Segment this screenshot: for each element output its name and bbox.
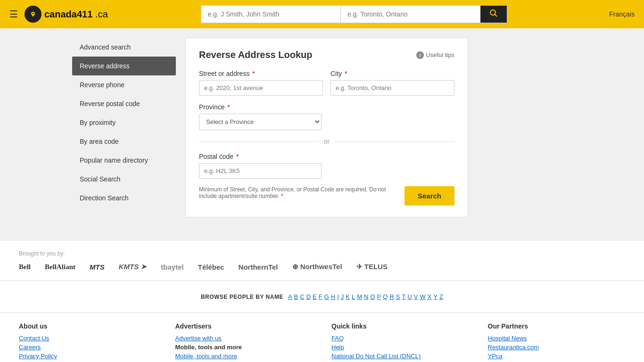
footer-dncl[interactable]: National Do Not Call List (DNCL) <box>331 353 469 360</box>
sidebar-item-direction-search[interactable]: Direction Search <box>72 189 176 207</box>
browse-letter-e[interactable]: E <box>313 293 317 300</box>
footer-links: About us Contact Us Careers Privacy Poli… <box>0 313 644 362</box>
footer-help[interactable]: Help <box>331 344 469 351</box>
or-divider: or <box>199 138 454 145</box>
hint-required-mark: * <box>280 193 283 199</box>
browse-letter-b[interactable]: B <box>294 293 298 300</box>
browse-letter-h[interactable]: H <box>331 293 335 300</box>
footer-col-quicklinks-title: Quick links <box>331 322 469 330</box>
browse-letter-m[interactable]: M <box>357 293 362 300</box>
browse-letter-d[interactable]: D <box>306 293 311 300</box>
search-button[interactable]: Search <box>405 186 454 206</box>
browse-letter-n[interactable]: N <box>364 293 368 300</box>
sponsor-bell: Bell <box>19 263 31 271</box>
svg-point-2 <box>490 10 495 15</box>
province-select[interactable]: Select a Province Alberta British Columb… <box>199 114 322 130</box>
browse-letter-w[interactable]: W <box>420 293 425 300</box>
browse-letter-t[interactable]: T <box>402 293 405 300</box>
footer-advertise[interactable]: Advertise with us <box>175 335 313 342</box>
hamburger-icon[interactable]: ☰ <box>9 8 18 20</box>
sidebar: Advanced search Reverse address Reverse … <box>72 38 176 217</box>
browse-letter-q[interactable]: Q <box>383 293 388 300</box>
footer-mobile-subtitle: Mobile, tools and more <box>175 344 313 351</box>
content-area: Reverse Address Lookup i Useful tips Str… <box>185 38 572 217</box>
browse-letter-k[interactable]: K <box>346 293 350 300</box>
footer-mobile-tools[interactable]: Mobile, tools and more <box>175 353 313 360</box>
browse-bar: BROWSE PEOPLE BY NAME ABCDEFGHIJKLMNOPQR… <box>19 288 625 305</box>
sidebar-item-reverse-postal-code[interactable]: Reverse postal code <box>72 94 176 113</box>
sponsor-telebec: Télébec <box>198 263 224 271</box>
footer-col-partners-title: Our Partners <box>488 322 626 330</box>
browse-letter-l[interactable]: L <box>352 293 355 300</box>
postal-code-input[interactable] <box>199 163 322 179</box>
browse-letter-v[interactable]: V <box>414 293 418 300</box>
postal-code-group: Postal code * <box>199 153 322 179</box>
browse-letter-x[interactable]: X <box>428 293 432 300</box>
province-required: * <box>225 103 230 111</box>
street-label: Street or address * <box>199 70 323 77</box>
sponsor-kmts: KMTS ➤ <box>119 263 147 271</box>
city-label: City * <box>330 70 454 77</box>
sidebar-item-by-area-code[interactable]: By area code <box>72 132 176 151</box>
footer-faq[interactable]: FAQ <box>331 335 469 342</box>
browse-letter-g[interactable]: G <box>324 293 329 300</box>
sidebar-item-advanced-search[interactable]: Advanced search <box>72 38 176 57</box>
search-bar <box>201 5 507 23</box>
browse-title: BROWSE PEOPLE BY NAME <box>201 294 283 300</box>
header-search-button[interactable] <box>480 6 507 23</box>
card-header: Reverse Address Lookup i Useful tips <box>199 49 454 60</box>
footer-col-quicklinks: Quick links FAQ Help National Do Not Cal… <box>331 322 469 362</box>
or-line-right <box>334 141 454 142</box>
browse-letter-u[interactable]: U <box>407 293 412 300</box>
footer-col-advertisers: Advertisers Advertise with us Mobile, to… <box>175 322 313 362</box>
browse-letter-j[interactable]: J <box>341 293 344 300</box>
search-location-input[interactable] <box>341 6 480 23</box>
browse-letter-a[interactable]: A <box>288 293 292 300</box>
footer-ypca[interactable]: YPca <box>488 353 626 360</box>
browse-letter-f[interactable]: F <box>319 293 322 300</box>
browse-letter-p[interactable]: P <box>377 293 381 300</box>
reverse-address-card: Reverse Address Lookup i Useful tips Str… <box>185 38 468 217</box>
footer-hospital-news[interactable]: Hospital News <box>488 335 626 342</box>
browse-letter-y[interactable]: Y <box>433 293 438 300</box>
logo-tld: .ca <box>95 9 108 20</box>
postal-code-label: Postal code * <box>199 153 322 160</box>
sidebar-item-reverse-address[interactable]: Reverse address <box>72 57 176 75</box>
sponsor-northwestel: ⊕ NorthwesTel <box>292 263 342 271</box>
sidebar-item-by-proximity[interactable]: By proximity <box>72 113 176 132</box>
city-group: City * <box>330 70 454 96</box>
browse-letter-z[interactable]: Z <box>439 293 443 300</box>
browse-letter-c[interactable]: C <box>300 293 304 300</box>
browse-letter-s[interactable]: S <box>396 293 400 300</box>
footer-contact-us[interactable]: Contact Us <box>19 335 157 342</box>
search-name-input[interactable] <box>201 6 341 23</box>
logo[interactable]: canada411.ca <box>25 6 108 23</box>
svg-point-1 <box>33 13 34 14</box>
useful-tips-button[interactable]: i Useful tips <box>416 51 454 59</box>
city-required: * <box>343 70 347 77</box>
browse-letters: ABCDEFGHIJKLMNOPQRSTUVWXYZ <box>288 293 443 300</box>
street-input[interactable] <box>199 80 323 96</box>
sponsor-northerntel: NorthernTel <box>239 263 278 271</box>
footer-restaurantica[interactable]: Restaurantica.com <box>488 344 626 351</box>
street-group: Street or address * <box>199 70 323 96</box>
street-city-row: Street or address * City * <box>199 70 454 96</box>
footer-careers[interactable]: Careers <box>19 344 157 351</box>
footer-privacy-policy[interactable]: Privacy Policy <box>19 353 157 360</box>
province-group: Province * Select a Province Alberta Bri… <box>199 103 322 130</box>
browse-letter-r[interactable]: R <box>389 293 394 300</box>
sidebar-item-popular-name-directory[interactable]: Popular name directory <box>72 151 176 170</box>
sponsor-tbaytel: tbaytel <box>161 263 183 271</box>
sidebar-item-social-search[interactable]: Social Search <box>72 170 176 189</box>
language-button[interactable]: Français <box>609 10 635 18</box>
or-label: or <box>324 138 330 145</box>
svg-line-3 <box>495 14 497 16</box>
province-label: Province * <box>199 103 322 111</box>
browse-letter-o[interactable]: O <box>370 293 375 300</box>
city-input[interactable] <box>330 80 454 96</box>
sponsors-section: Brought to you by: Bell BellAliant MTS K… <box>0 241 644 280</box>
sidebar-item-reverse-phone[interactable]: Reverse phone <box>72 75 176 94</box>
info-icon: i <box>416 51 424 59</box>
logo-icon <box>25 6 41 23</box>
browse-letter-i[interactable]: I <box>337 293 339 300</box>
